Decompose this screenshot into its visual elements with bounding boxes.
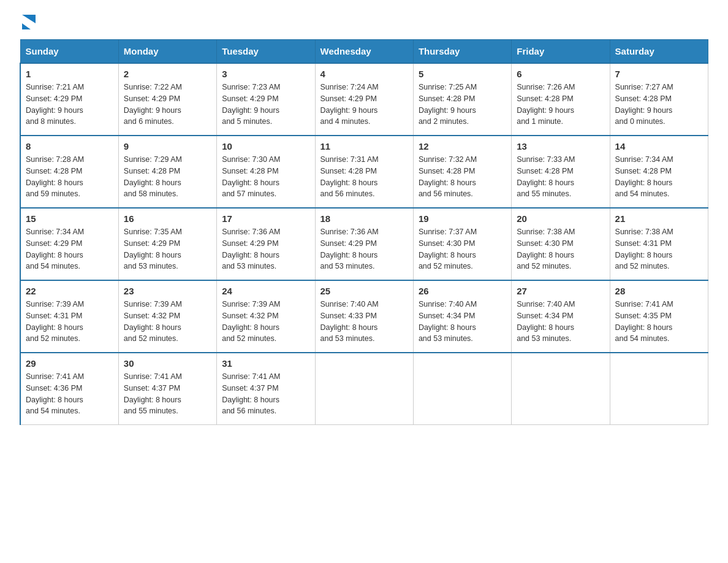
calendar-cell: 23Sunrise: 7:39 AMSunset: 4:32 PMDayligh… — [118, 280, 216, 353]
day-number: 6 — [517, 69, 604, 79]
day-info: Sunrise: 7:40 AMSunset: 4:34 PMDaylight:… — [419, 299, 506, 345]
day-info: Sunrise: 7:21 AMSunset: 4:29 PMDaylight:… — [26, 82, 113, 128]
calendar-cell: 8Sunrise: 7:28 AMSunset: 4:28 PMDaylight… — [20, 136, 118, 208]
calendar-cell: 20Sunrise: 7:38 AMSunset: 4:30 PMDayligh… — [512, 208, 610, 280]
day-info: Sunrise: 7:34 AMSunset: 4:29 PMDaylight:… — [26, 226, 113, 272]
day-number: 20 — [517, 213, 604, 224]
day-number: 29 — [26, 358, 113, 369]
calendar-cell: 29Sunrise: 7:41 AMSunset: 4:36 PMDayligh… — [20, 353, 118, 425]
header-thursday: Thursday — [413, 40, 511, 64]
day-info: Sunrise: 7:39 AMSunset: 4:32 PMDaylight:… — [222, 299, 309, 345]
calendar-cell: 9Sunrise: 7:29 AMSunset: 4:28 PMDaylight… — [118, 136, 216, 208]
calendar-header-row: Sunday Monday Tuesday Wednesday Thursday… — [20, 40, 708, 64]
calendar-cell: 28Sunrise: 7:41 AMSunset: 4:35 PMDayligh… — [610, 280, 708, 353]
day-number: 23 — [124, 286, 211, 296]
day-info: Sunrise: 7:39 AMSunset: 4:31 PMDaylight:… — [26, 299, 113, 345]
day-info: Sunrise: 7:25 AMSunset: 4:28 PMDaylight:… — [419, 82, 506, 128]
calendar-cell: 10Sunrise: 7:30 AMSunset: 4:28 PMDayligh… — [217, 136, 315, 208]
calendar-week-row: 1Sunrise: 7:21 AMSunset: 4:29 PMDaylight… — [20, 63, 708, 136]
day-number: 10 — [222, 141, 309, 151]
day-info: Sunrise: 7:41 AMSunset: 4:37 PMDaylight:… — [124, 371, 211, 417]
day-info: Sunrise: 7:38 AMSunset: 4:30 PMDaylight:… — [517, 226, 604, 272]
day-number: 4 — [320, 69, 408, 79]
day-number: 13 — [517, 141, 604, 151]
day-info: Sunrise: 7:23 AMSunset: 4:29 PMDaylight:… — [222, 82, 309, 128]
calendar-cell: 3Sunrise: 7:23 AMSunset: 4:29 PMDaylight… — [217, 63, 315, 136]
header-sunday: Sunday — [20, 40, 118, 64]
day-number: 26 — [419, 286, 506, 296]
day-number: 7 — [615, 69, 703, 79]
logo — [20, 15, 36, 29]
day-number: 19 — [419, 213, 506, 224]
day-info: Sunrise: 7:30 AMSunset: 4:28 PMDaylight:… — [222, 154, 309, 200]
day-number: 2 — [124, 69, 211, 79]
calendar-cell — [610, 353, 708, 425]
day-info: Sunrise: 7:24 AMSunset: 4:29 PMDaylight:… — [320, 82, 408, 128]
day-info: Sunrise: 7:38 AMSunset: 4:31 PMDaylight:… — [615, 226, 703, 272]
calendar-week-row: 15Sunrise: 7:34 AMSunset: 4:29 PMDayligh… — [20, 208, 708, 280]
day-info: Sunrise: 7:41 AMSunset: 4:36 PMDaylight:… — [26, 371, 113, 417]
day-number: 27 — [517, 286, 604, 296]
calendar-cell: 24Sunrise: 7:39 AMSunset: 4:32 PMDayligh… — [217, 280, 315, 353]
day-number: 21 — [615, 213, 703, 224]
calendar-cell: 19Sunrise: 7:37 AMSunset: 4:30 PMDayligh… — [413, 208, 511, 280]
day-number: 24 — [222, 286, 309, 296]
day-number: 15 — [26, 213, 113, 224]
calendar-cell: 27Sunrise: 7:40 AMSunset: 4:34 PMDayligh… — [512, 280, 610, 353]
day-info: Sunrise: 7:34 AMSunset: 4:28 PMDaylight:… — [615, 154, 703, 200]
calendar-week-row: 29Sunrise: 7:41 AMSunset: 4:36 PMDayligh… — [20, 353, 708, 425]
day-number: 30 — [124, 358, 211, 369]
logo-icon — [22, 15, 36, 29]
calendar-cell: 16Sunrise: 7:35 AMSunset: 4:29 PMDayligh… — [118, 208, 216, 280]
calendar-cell: 31Sunrise: 7:41 AMSunset: 4:37 PMDayligh… — [217, 353, 315, 425]
day-info: Sunrise: 7:36 AMSunset: 4:29 PMDaylight:… — [320, 226, 408, 272]
calendar-cell: 18Sunrise: 7:36 AMSunset: 4:29 PMDayligh… — [315, 208, 413, 280]
day-number: 17 — [222, 213, 309, 224]
calendar-cell: 17Sunrise: 7:36 AMSunset: 4:29 PMDayligh… — [217, 208, 315, 280]
day-number: 22 — [26, 286, 113, 296]
day-info: Sunrise: 7:27 AMSunset: 4:28 PMDaylight:… — [615, 82, 703, 128]
svg-marker-1 — [22, 23, 31, 29]
day-info: Sunrise: 7:41 AMSunset: 4:35 PMDaylight:… — [615, 299, 703, 345]
calendar-cell: 13Sunrise: 7:33 AMSunset: 4:28 PMDayligh… — [512, 136, 610, 208]
header-saturday: Saturday — [610, 40, 708, 64]
day-info: Sunrise: 7:41 AMSunset: 4:37 PMDaylight:… — [222, 371, 309, 417]
logo-flag — [22, 15, 36, 29]
day-info: Sunrise: 7:28 AMSunset: 4:28 PMDaylight:… — [26, 154, 113, 200]
header-tuesday: Tuesday — [217, 40, 315, 64]
calendar-cell: 5Sunrise: 7:25 AMSunset: 4:28 PMDaylight… — [413, 63, 511, 136]
day-info: Sunrise: 7:35 AMSunset: 4:29 PMDaylight:… — [124, 226, 211, 272]
calendar-cell: 30Sunrise: 7:41 AMSunset: 4:37 PMDayligh… — [118, 353, 216, 425]
calendar-cell: 2Sunrise: 7:22 AMSunset: 4:29 PMDaylight… — [118, 63, 216, 136]
header-monday: Monday — [118, 40, 216, 64]
day-info: Sunrise: 7:32 AMSunset: 4:28 PMDaylight:… — [419, 154, 506, 200]
day-number: 18 — [320, 213, 408, 224]
day-number: 1 — [26, 69, 113, 79]
calendar-table: Sunday Monday Tuesday Wednesday Thursday… — [20, 39, 708, 425]
calendar-week-row: 8Sunrise: 7:28 AMSunset: 4:28 PMDaylight… — [20, 136, 708, 208]
day-number: 11 — [320, 141, 408, 151]
calendar-cell: 26Sunrise: 7:40 AMSunset: 4:34 PMDayligh… — [413, 280, 511, 353]
calendar-cell — [512, 353, 610, 425]
day-info: Sunrise: 7:37 AMSunset: 4:30 PMDaylight:… — [419, 226, 506, 272]
day-info: Sunrise: 7:33 AMSunset: 4:28 PMDaylight:… — [517, 154, 604, 200]
calendar-cell: 21Sunrise: 7:38 AMSunset: 4:31 PMDayligh… — [610, 208, 708, 280]
day-info: Sunrise: 7:26 AMSunset: 4:28 PMDaylight:… — [517, 82, 604, 128]
day-info: Sunrise: 7:36 AMSunset: 4:29 PMDaylight:… — [222, 226, 309, 272]
day-info: Sunrise: 7:22 AMSunset: 4:29 PMDaylight:… — [124, 82, 211, 128]
calendar-cell: 25Sunrise: 7:40 AMSunset: 4:33 PMDayligh… — [315, 280, 413, 353]
day-info: Sunrise: 7:40 AMSunset: 4:34 PMDaylight:… — [517, 299, 604, 345]
day-info: Sunrise: 7:29 AMSunset: 4:28 PMDaylight:… — [124, 154, 211, 200]
day-info: Sunrise: 7:31 AMSunset: 4:28 PMDaylight:… — [320, 154, 408, 200]
calendar-cell: 4Sunrise: 7:24 AMSunset: 4:29 PMDaylight… — [315, 63, 413, 136]
day-number: 12 — [419, 141, 506, 151]
header-friday: Friday — [512, 40, 610, 64]
calendar-cell: 6Sunrise: 7:26 AMSunset: 4:28 PMDaylight… — [512, 63, 610, 136]
calendar-cell: 22Sunrise: 7:39 AMSunset: 4:31 PMDayligh… — [20, 280, 118, 353]
calendar-cell: 1Sunrise: 7:21 AMSunset: 4:29 PMDaylight… — [20, 63, 118, 136]
day-number: 8 — [26, 141, 113, 151]
day-number: 9 — [124, 141, 211, 151]
day-number: 25 — [320, 286, 408, 296]
calendar-cell — [413, 353, 511, 425]
page-header — [20, 15, 708, 29]
